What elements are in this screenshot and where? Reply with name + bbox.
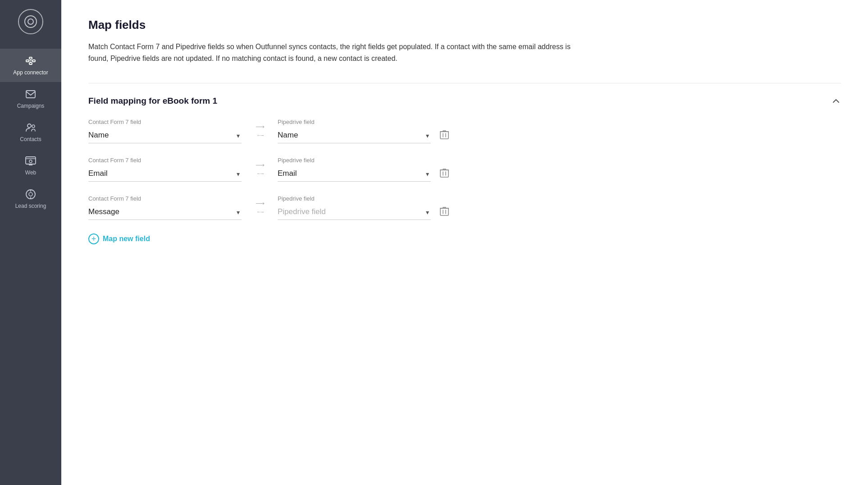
content-card: Map fields Match Contact Form 7 and Pipe… [61, 0, 868, 485]
app-logo [18, 9, 43, 34]
field-row: Contact Form 7 field Name Email Message … [88, 157, 841, 182]
cf-field-group-3: Contact Form 7 field Name Email Message … [88, 195, 242, 220]
page-description: Match Contact Form 7 and Pipedrive field… [88, 41, 584, 65]
svg-point-14 [29, 160, 32, 163]
plus-icon: + [88, 233, 99, 244]
sidebar-item-contacts-label: Contacts [20, 136, 41, 142]
map-new-field-label: Map new field [103, 235, 150, 243]
cf-field-group-2: Contact Form 7 field Name Email Message … [88, 157, 242, 182]
delete-button-2[interactable] [431, 168, 449, 182]
cf-select-wrapper-2: Name Email Message Phone ▾ [88, 166, 242, 182]
svg-point-0 [25, 16, 37, 27]
arrow-forward-2: ⟶ [256, 161, 264, 169]
cf-field-group-1: Contact Form 7 field Name Email Message … [88, 119, 242, 143]
svg-point-11 [32, 125, 35, 128]
arrow-connector-1: ⟶ ←-- [242, 123, 278, 143]
svg-point-10 [27, 124, 31, 128]
pd-select-wrapper-2: Name Email Phone Organization ▾ [278, 166, 431, 182]
pd-select-wrapper-3: Pipedrive field Name Email Phone Organiz… [278, 205, 431, 220]
arrow-forward-3: ⟶ [256, 200, 264, 207]
sidebar-item-app-connector-label: App connector [13, 69, 48, 76]
pd-field-label-2: Pipedrive field [278, 157, 431, 164]
pd-select-2[interactable]: Name Email Phone Organization [278, 166, 431, 182]
cf-select-wrapper-3: Name Email Message Phone ▾ [88, 205, 242, 220]
sidebar-item-app-connector[interactable]: App connector [0, 49, 61, 82]
svg-point-1 [28, 19, 33, 24]
sidebar-item-campaigns-label: Campaigns [17, 103, 45, 109]
section-title: Field mapping for eBook form 1 [88, 96, 217, 106]
cf-select-3[interactable]: Name Email Message Phone [88, 205, 242, 220]
svg-rect-25 [440, 170, 448, 177]
arrow-back-3: ←-- [256, 208, 263, 215]
sidebar-item-contacts[interactable]: Contacts [0, 115, 61, 149]
sidebar: App connector Campaigns Contacts Web [0, 0, 61, 485]
svg-rect-2 [26, 60, 29, 62]
pd-select-1[interactable]: Name Email Phone Organization [278, 128, 431, 143]
svg-rect-4 [29, 57, 32, 59]
cf-field-label-1: Contact Form 7 field [88, 119, 242, 125]
svg-rect-3 [32, 60, 35, 62]
pd-field-group-2: Pipedrive field Name Email Phone Organiz… [278, 157, 431, 182]
pd-field-group-1: Pipedrive field Name Email Phone Organiz… [278, 119, 431, 143]
sidebar-item-lead-scoring[interactable]: Lead scoring [0, 182, 61, 215]
svg-rect-21 [440, 132, 448, 139]
field-mapping-area: Contact Form 7 field Name Email Message … [88, 119, 841, 253]
sidebar-item-lead-scoring-label: Lead scoring [15, 203, 46, 209]
sidebar-item-web-label: Web [25, 169, 36, 176]
arrow-back-1: ←-- [256, 132, 263, 139]
collapse-button[interactable] [831, 96, 841, 106]
pd-field-label-3: Pipedrive field [278, 195, 431, 202]
cf-select-2[interactable]: Name Email Message Phone [88, 166, 242, 182]
field-row: Contact Form 7 field Name Email Message … [88, 119, 841, 143]
map-new-field-button[interactable]: + Map new field [88, 233, 150, 244]
pd-field-label-1: Pipedrive field [278, 119, 431, 125]
field-row: Contact Form 7 field Name Email Message … [88, 195, 841, 220]
cf-select-1[interactable]: Name Email Message Phone [88, 128, 242, 143]
cf-field-label-2: Contact Form 7 field [88, 157, 242, 164]
arrow-forward-1: ⟶ [256, 123, 264, 131]
section-header: Field mapping for eBook form 1 [88, 83, 841, 119]
cf-select-wrapper-1: Name Email Message Phone ▾ [88, 128, 242, 143]
page-title: Map fields [88, 18, 841, 32]
delete-button-1[interactable] [431, 130, 449, 143]
pd-select-3[interactable]: Pipedrive field Name Email Phone Organiz… [278, 205, 431, 220]
delete-button-3[interactable] [431, 206, 449, 220]
arrow-back-2: ←-- [256, 170, 263, 177]
pd-select-wrapper-1: Name Email Phone Organization ▾ [278, 128, 431, 143]
sidebar-item-campaigns[interactable]: Campaigns [0, 82, 61, 115]
cf-field-label-3: Contact Form 7 field [88, 195, 242, 202]
main-content: Map fields Match Contact Form 7 and Pipe… [61, 0, 868, 485]
svg-rect-29 [440, 208, 448, 215]
arrow-connector-3: ⟶ ←-- [242, 200, 278, 220]
svg-rect-9 [26, 91, 35, 98]
arrow-connector-2: ⟶ ←-- [242, 161, 278, 181]
svg-rect-5 [29, 63, 32, 64]
sidebar-item-web[interactable]: Web [0, 149, 61, 182]
svg-point-18 [29, 192, 32, 196]
pd-field-group-3: Pipedrive field Pipedrive field Name Ema… [278, 195, 431, 220]
